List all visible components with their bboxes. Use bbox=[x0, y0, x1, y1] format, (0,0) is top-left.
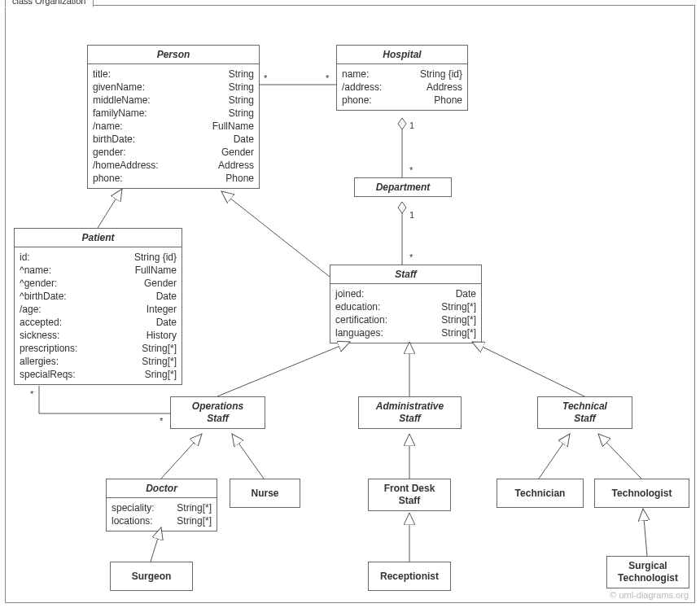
class-operations-staff: Operations Staff bbox=[170, 396, 265, 429]
credit-text: © uml-diagrams.org bbox=[610, 590, 689, 600]
class-staff-title: Staff bbox=[330, 265, 481, 284]
attr: ^birthDate: bbox=[20, 290, 67, 303]
attr: ^name: bbox=[20, 264, 51, 277]
class-person-body: title:String givenName:String middleName… bbox=[88, 64, 259, 188]
attr-type: Address bbox=[427, 81, 462, 94]
class-hospital: Hospital name:String {id} /address:Addre… bbox=[336, 45, 468, 111]
attr: gender: bbox=[93, 146, 126, 159]
diagram-title-tab: class Organization bbox=[5, 0, 94, 7]
attr-type: FullName bbox=[212, 120, 254, 133]
attr: speciality: bbox=[112, 501, 155, 514]
class-doctor: Doctor speciality:String[*] locations:St… bbox=[106, 479, 217, 531]
attr: education: bbox=[335, 300, 380, 313]
class-person: Person title:String givenName:String mid… bbox=[87, 45, 260, 189]
multiplicity: * bbox=[30, 389, 33, 399]
attr: accepted: bbox=[20, 316, 62, 329]
attr-type: Phone bbox=[434, 94, 462, 107]
class-surgical-technologist: Surgical Technologist bbox=[606, 556, 689, 588]
attr: /homeAddress: bbox=[93, 159, 159, 172]
attr-type: FullName bbox=[135, 264, 177, 277]
attr: sickness: bbox=[20, 329, 59, 342]
class-technologist: Technologist bbox=[594, 479, 689, 508]
attr: /address: bbox=[342, 81, 382, 94]
class-front-desk-staff: Front Desk Staff bbox=[368, 479, 451, 511]
attr: joined: bbox=[335, 287, 364, 300]
attr: prescriptions: bbox=[20, 342, 77, 355]
class-nurse: Nurse bbox=[230, 479, 300, 508]
attr: specialReqs: bbox=[20, 368, 76, 381]
class-patient-title: Patient bbox=[15, 229, 182, 247]
title-line: Staff bbox=[207, 413, 228, 424]
attr-type: Sring[*] bbox=[145, 368, 177, 381]
attr-type: String[*] bbox=[177, 514, 212, 527]
title-line: Front Desk bbox=[384, 483, 435, 494]
title-line: Staff bbox=[399, 413, 420, 424]
class-patient: Patient id:String {id} ^name:FullName ^g… bbox=[14, 228, 182, 385]
multiplicity: * bbox=[160, 416, 163, 426]
title-line: Staff bbox=[574, 413, 595, 424]
attr: id: bbox=[20, 251, 30, 264]
attr-type: String[*] bbox=[142, 342, 177, 355]
class-surgeon: Surgeon bbox=[110, 562, 193, 591]
attr: allergies: bbox=[20, 355, 59, 368]
attr-type: String[*] bbox=[441, 326, 476, 339]
attr: givenName: bbox=[93, 81, 145, 94]
attr-type: String[*] bbox=[177, 501, 212, 514]
title-line: Technical bbox=[562, 400, 607, 412]
attr-type: String bbox=[229, 107, 254, 120]
class-administrative-staff: Administrative Staff bbox=[358, 396, 462, 429]
multiplicity: 1 bbox=[409, 120, 414, 130]
attr: phone: bbox=[342, 94, 372, 107]
title-line: Operations bbox=[192, 400, 243, 412]
attr: locations: bbox=[112, 514, 153, 527]
multiplicity: * bbox=[409, 252, 413, 262]
attr-type: String[*] bbox=[441, 313, 476, 326]
attr: familyName: bbox=[93, 107, 147, 120]
attr-type: Phone bbox=[225, 172, 254, 185]
attr: birthDate: bbox=[93, 133, 135, 146]
attr-type: Gender bbox=[221, 146, 254, 159]
title-line: Administrative bbox=[376, 400, 444, 412]
class-person-title: Person bbox=[88, 46, 259, 64]
attr-type: String {id} bbox=[134, 251, 177, 264]
class-doctor-title: Doctor bbox=[107, 479, 217, 498]
multiplicity: * bbox=[409, 165, 413, 175]
attr-type: Integer bbox=[147, 303, 177, 316]
multiplicity: * bbox=[326, 73, 329, 83]
attr-type: Date bbox=[234, 133, 254, 146]
attr-type: String {id} bbox=[420, 68, 462, 81]
attr: phone: bbox=[93, 172, 123, 185]
title-line: Staff bbox=[399, 495, 421, 506]
diagram-frame: class Organization Person title:String g… bbox=[0, 0, 700, 608]
attr: title: bbox=[93, 68, 111, 81]
class-technician: Technician bbox=[497, 479, 584, 508]
title-line: Surgical bbox=[628, 560, 667, 571]
multiplicity: 1 bbox=[409, 210, 414, 220]
class-department-title: Department bbox=[355, 178, 451, 196]
attr-type: History bbox=[147, 329, 177, 342]
class-staff: Staff joined:Date education:String[*] ce… bbox=[330, 265, 482, 343]
class-technical-staff: Technical Staff bbox=[537, 396, 632, 429]
attr-type: String bbox=[229, 81, 254, 94]
attr: ^gender: bbox=[20, 277, 57, 290]
title-line: Technologist bbox=[618, 572, 678, 584]
attr: certification: bbox=[335, 313, 387, 326]
attr-type: Gender bbox=[144, 277, 177, 290]
attr-type: Date bbox=[156, 290, 177, 303]
attr-type: Address bbox=[218, 159, 254, 172]
attr-type: Date bbox=[456, 287, 476, 300]
attr: name: bbox=[342, 68, 369, 81]
attr: /name: bbox=[93, 120, 123, 133]
attr-type: String[*] bbox=[441, 300, 476, 313]
class-receptionist: Receptionist bbox=[368, 562, 451, 591]
attr-type: Date bbox=[156, 316, 177, 329]
attr: languages: bbox=[335, 326, 383, 339]
class-hospital-title: Hospital bbox=[337, 46, 467, 64]
multiplicity: * bbox=[264, 73, 267, 83]
class-department: Department bbox=[354, 177, 452, 197]
attr: /age: bbox=[20, 303, 42, 316]
attr: middleName: bbox=[93, 94, 151, 107]
attr-type: String[*] bbox=[142, 355, 177, 368]
attr-type: String bbox=[229, 94, 254, 107]
attr-type: String bbox=[229, 68, 254, 81]
